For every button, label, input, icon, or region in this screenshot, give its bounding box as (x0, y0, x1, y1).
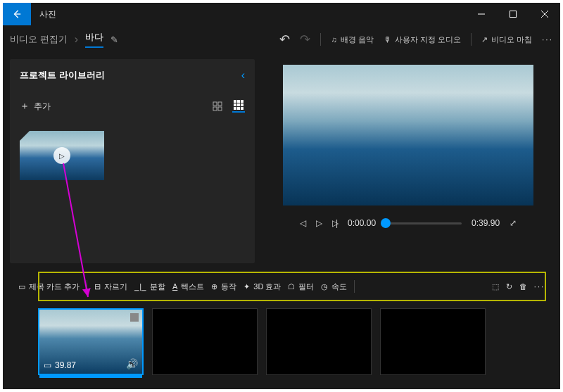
svg-rect-6 (237, 100, 240, 103)
delete-icon[interactable]: 🗑 (519, 282, 527, 291)
background-music-button[interactable]: ♫ 배경 음악 (331, 34, 373, 45)
speed-button[interactable]: ◷속도 (321, 282, 347, 292)
rotate-icon[interactable]: ↻ (506, 282, 512, 291)
text-button[interactable]: A텍스트 (172, 282, 204, 292)
divider (320, 33, 321, 46)
motion-icon: ⊕ (211, 282, 217, 291)
split-icon: ⎯|⎯ (134, 282, 146, 291)
play-icon: ▷ (53, 147, 70, 164)
back-button[interactable] (3, 3, 31, 25)
sparkle-icon: ✦ (243, 282, 250, 291)
prev-frame-button[interactable]: ◁ (300, 218, 306, 228)
svg-rect-11 (234, 107, 236, 110)
duration-icon: ▭ (44, 360, 51, 370)
mic-icon: 🎙 (384, 35, 391, 44)
split-button[interactable]: ⎯|⎯분할 (134, 282, 165, 292)
chevron-right-icon: › (75, 33, 78, 46)
redo-button[interactable]: ↷ (300, 32, 310, 47)
svg-rect-5 (234, 100, 236, 103)
close-button[interactable] (529, 3, 560, 25)
storyboard-slot-empty[interactable] (380, 308, 486, 375)
grid-large-icon[interactable] (211, 100, 224, 113)
svg-rect-1 (213, 102, 217, 106)
svg-rect-10 (241, 103, 243, 106)
time-current: 0:00.00 (348, 218, 376, 228)
svg-rect-9 (237, 103, 240, 106)
project-library-panel: 프로젝트 라이브러리 ‹ ＋ 추가 ▷ (10, 59, 255, 263)
play-button[interactable]: ▷ (316, 218, 322, 228)
volume-icon[interactable]: 🔊 (126, 358, 138, 369)
finish-video-button[interactable]: ↗ 비디오 마침 (481, 34, 532, 45)
music-icon: ♫ (331, 35, 336, 44)
toolbar-more-icon[interactable]: ··· (534, 282, 545, 291)
aspect-icon[interactable]: ⬚ (492, 282, 499, 291)
custom-audio-button[interactable]: 🎙 사용자 지정 오디오 (384, 34, 461, 45)
motion-button[interactable]: ⊕동작 (211, 282, 236, 292)
clip-checkbox[interactable] (130, 313, 139, 322)
collapse-icon[interactable]: ‹ (241, 69, 245, 82)
svg-rect-12 (237, 107, 240, 110)
trim-button[interactable]: ⊟자르기 (94, 282, 127, 292)
svg-rect-2 (218, 102, 222, 106)
effects-3d-button[interactable]: ✦3D 효과 (243, 282, 281, 292)
storyboard[interactable]: ▭ 39.87 🔊 (3, 303, 560, 389)
clip-duration: 39.87 (55, 360, 76, 370)
filter-icon: ☖ (288, 282, 295, 291)
storyboard-toolbar: ▭제목 카드 추가 ⊟자르기 ⎯|⎯분할 A텍스트 ⊕동작 ✦3D 효과 ☖필터… (10, 274, 553, 298)
library-clip-thumbnail[interactable]: ▷ (20, 131, 104, 180)
filter-button[interactable]: ☖필터 (288, 282, 314, 292)
maximize-button[interactable] (497, 3, 529, 25)
svg-rect-4 (218, 107, 222, 110)
trim-icon: ⊟ (94, 282, 101, 291)
time-total: 0:39.90 (472, 218, 500, 228)
export-icon: ↗ (481, 35, 488, 44)
scrubber[interactable] (386, 222, 462, 225)
svg-rect-13 (241, 107, 243, 110)
svg-rect-8 (234, 103, 236, 106)
undo-button[interactable]: ↶ (279, 32, 290, 47)
svg-rect-0 (510, 11, 516, 18)
gauge-icon: ◷ (321, 282, 328, 291)
grid-small-icon[interactable] (232, 100, 245, 113)
fullscreen-icon[interactable]: ⤢ (510, 218, 517, 228)
card-icon: ▭ (18, 282, 25, 291)
library-title: 프로젝트 라이브러리 (20, 69, 105, 82)
divider (471, 33, 472, 46)
add-title-card-button[interactable]: ▭제목 카드 추가 (18, 282, 80, 292)
more-button[interactable]: ··· (542, 34, 553, 44)
storyboard-slot-empty[interactable] (266, 308, 372, 375)
svg-rect-3 (213, 107, 217, 110)
preview-panel: ◁ ▷ ▷| 0:00.00 0:39.90 ⤢ (263, 59, 553, 263)
preview-frame (283, 65, 533, 206)
app-title: 사진 (39, 8, 56, 20)
plus-icon: ＋ (20, 100, 30, 113)
text-icon: A (172, 282, 177, 291)
add-media-button[interactable]: ＋ 추가 (20, 100, 51, 113)
breadcrumb-editor[interactable]: 비디오 편집기 (10, 33, 68, 46)
storyboard-clip-1[interactable]: ▭ 39.87 🔊 (38, 308, 144, 375)
svg-rect-7 (241, 100, 243, 103)
rename-icon[interactable]: ✎ (110, 34, 118, 45)
storyboard-slot-empty[interactable] (152, 308, 258, 375)
next-frame-button[interactable]: ▷| (332, 218, 338, 228)
minimize-button[interactable] (465, 3, 497, 25)
breadcrumb-project[interactable]: 바다 (85, 31, 103, 48)
